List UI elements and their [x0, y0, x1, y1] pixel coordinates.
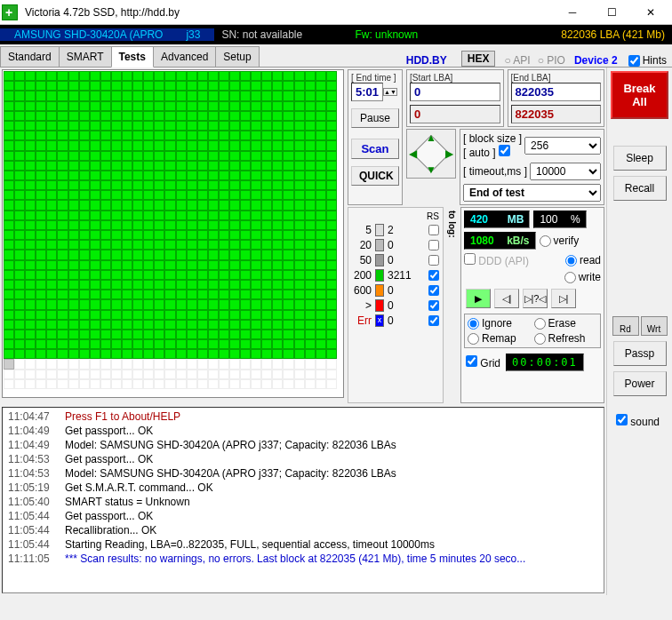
surface-block — [79, 240, 90, 250]
hex-button[interactable]: HEX — [461, 51, 496, 67]
surface-block — [316, 250, 326, 259]
surface-block — [197, 230, 208, 240]
surface-block — [154, 121, 164, 131]
auto-checkbox[interactable] — [499, 145, 510, 156]
verify-radio[interactable]: verify — [540, 234, 580, 247]
surface-block — [219, 180, 229, 190]
maximize-button[interactable]: ☐ — [592, 1, 631, 24]
sleep-button[interactable]: Sleep — [613, 146, 667, 171]
surface-block — [90, 140, 100, 150]
surface-block — [46, 240, 57, 250]
erase-radio[interactable]: Erase — [534, 317, 598, 330]
hints-checkbox[interactable]: Hints — [628, 54, 667, 67]
nav-pad[interactable]: ▲ ▼ ◀ ▶ — [406, 129, 456, 179]
surface-block — [272, 320, 283, 330]
log-5-checkbox[interactable] — [428, 225, 439, 235]
hddby-link[interactable]: HDD.BY — [397, 54, 456, 67]
surface-block — [132, 240, 143, 250]
log-row: 11:05:40SMART status = Unknown — [4, 495, 602, 509]
surface-block — [197, 330, 208, 339]
minimize-button[interactable]: ─ — [553, 1, 592, 24]
device-link[interactable]: Device 2 — [574, 54, 618, 67]
endlba-input[interactable]: 822035 — [511, 83, 602, 101]
tab-setup[interactable]: Setup — [215, 46, 259, 67]
prev-button[interactable]: ◁| — [494, 289, 519, 308]
log-row: 11:04:49Get passport... OK — [4, 424, 602, 438]
passp-button[interactable]: Passp — [613, 341, 667, 366]
log-20-checkbox[interactable] — [428, 240, 439, 250]
surface-block — [164, 220, 175, 230]
remap-radio[interactable]: Remap — [468, 332, 532, 345]
tab-smart[interactable]: SMART — [59, 46, 112, 67]
pause-button[interactable]: Pause — [351, 108, 399, 128]
surface-block — [100, 111, 111, 121]
surface-block — [326, 81, 337, 91]
blocksize-select[interactable]: 256 — [524, 137, 601, 155]
surface-block — [4, 330, 14, 339]
ignore-radio[interactable]: Ignore — [468, 317, 532, 330]
surface-block — [143, 349, 154, 359]
seek-button[interactable]: ▷|?◁ — [523, 289, 548, 308]
startlba-input[interactable]: 0 — [410, 83, 500, 101]
log-200-checkbox[interactable] — [428, 270, 439, 281]
recall-button[interactable]: Recall — [613, 176, 667, 201]
surface-block — [143, 230, 154, 240]
quick-button[interactable]: QUICK — [351, 166, 399, 186]
log-row: 11:04:53Get passport... OK — [4, 452, 602, 466]
surface-block — [187, 71, 197, 81]
surface-block — [283, 280, 293, 290]
read-radio[interactable]: read — [565, 254, 601, 266]
surface-block — [229, 310, 240, 320]
surface-block — [326, 379, 337, 389]
log-panel[interactable]: 11:04:47Press F1 to About/HELP11:04:49Ge… — [2, 407, 604, 593]
pio-radio[interactable]: ○ PIO — [538, 54, 565, 67]
titlebar: Victoria 4.72b SSD, http://hdd.by ─ ☐ ✕ — [0, 0, 672, 25]
surface-block — [4, 370, 14, 379]
play-button[interactable]: ▶ — [466, 289, 491, 308]
surface-block — [132, 330, 143, 339]
surface-block — [79, 151, 90, 161]
surface-block — [164, 230, 175, 240]
scan-button[interactable]: Scan — [351, 139, 399, 159]
tab-tests[interactable]: Tests — [111, 46, 154, 68]
refresh-radio[interactable]: Refresh — [534, 332, 598, 345]
surface-block — [46, 140, 57, 150]
surface-block — [229, 320, 240, 330]
break-all-button[interactable]: Break All — [611, 71, 668, 119]
grid-checkbox[interactable]: Grid — [466, 355, 500, 370]
surface-block — [132, 379, 143, 389]
surface-block — [219, 121, 229, 131]
sound-checkbox[interactable]: sound — [616, 416, 660, 428]
surface-block — [154, 131, 164, 140]
surface-block — [68, 260, 79, 270]
tab-standard[interactable]: Standard — [0, 46, 60, 67]
endtest-select[interactable]: End of test — [463, 184, 601, 202]
ddd-checkbox[interactable]: DDD (API) — [464, 253, 529, 267]
log-err-checkbox[interactable] — [428, 315, 439, 326]
tab-advanced[interactable]: Advanced — [153, 46, 216, 67]
timeout-select[interactable]: 10000 — [530, 163, 601, 180]
log-50-checkbox[interactable] — [428, 255, 439, 266]
surface-block — [132, 200, 143, 210]
startlba-label: [Start LBA] — [410, 73, 500, 83]
surface-block — [122, 71, 132, 81]
surface-block — [57, 121, 68, 131]
power-button[interactable]: Power — [613, 371, 667, 396]
next-button[interactable]: ▷| — [551, 289, 576, 308]
endtime-value[interactable]: 5:01 — [351, 83, 383, 101]
close-button[interactable]: ✕ — [631, 1, 670, 24]
surface-block — [14, 131, 25, 140]
surface-block — [316, 310, 326, 320]
surface-block — [240, 379, 251, 389]
surface-block — [143, 370, 154, 379]
surface-block — [187, 121, 197, 131]
log-600-checkbox[interactable] — [428, 285, 439, 296]
api-radio[interactable]: ○ API — [504, 54, 530, 67]
surface-block — [100, 339, 111, 349]
surface-block — [316, 330, 326, 339]
surface-block — [294, 211, 305, 220]
surface-block — [68, 101, 79, 111]
log-gt-checkbox[interactable] — [428, 300, 439, 311]
write-radio[interactable]: write — [564, 271, 601, 283]
surface-block — [46, 220, 57, 230]
